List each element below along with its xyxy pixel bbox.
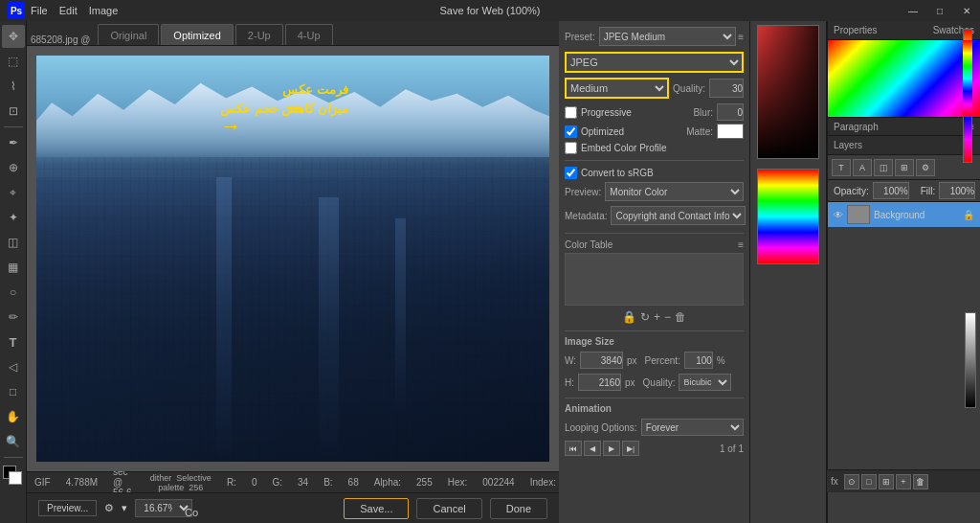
quality-input[interactable] [709,79,744,98]
r-label: R: [227,477,236,488]
layer-tool-2[interactable]: A [853,159,872,176]
close-button[interactable]: ✕ [953,0,980,21]
matte-label: Matte: [686,126,713,137]
add-icon[interactable]: + [654,310,660,324]
menu-edit[interactable]: Edit [59,5,78,16]
convert-srgb-checkbox[interactable] [565,167,577,179]
tool-clone[interactable]: ✦ [2,206,25,229]
tab-optimized[interactable]: Optimized [161,24,234,45]
preview-mode-select[interactable]: Monitor Color [605,182,744,201]
format-select[interactable]: JPEG GIF PNG-8 PNG-24 [565,52,744,73]
tool-zoom[interactable]: 🔍 [2,430,25,453]
opacity-input[interactable] [873,182,909,199]
layer-bottom-bar: fx ⊙ □ ⊞ + 🗑 [827,469,980,492]
resample-select[interactable]: Bicubic Bilinear Nearest [679,374,731,391]
tool-pen[interactable]: ✏ [2,306,25,329]
tab-2up[interactable]: 2-Up [235,24,283,45]
anim-prev-btn[interactable]: ◀ [584,441,601,456]
lock-icon[interactable]: 🔒 [622,310,636,324]
done-button[interactable]: Done [490,498,547,519]
adjust-layer-btn[interactable]: ⊙ [844,474,859,489]
tool-lasso[interactable]: ⌇ [2,75,25,98]
tab-original[interactable]: Original [98,24,159,45]
cancel-button[interactable]: Cancel [416,498,481,519]
layer-tool-3[interactable]: ◫ [874,159,893,176]
tool-eyedropper[interactable]: ✒ [2,131,25,154]
anim-play-btn[interactable]: ▶ [603,441,620,456]
color-spectrum[interactable] [757,25,819,159]
tool-dodge[interactable]: ○ [2,281,25,304]
metadata-select[interactable]: Copyright and Contact Info None All [611,206,746,225]
menu-image[interactable]: Image [89,5,119,16]
layer-tool-1[interactable]: T [832,159,851,176]
color-table-menu[interactable]: ≡ [738,239,744,250]
looping-select[interactable]: Forever Once [641,419,744,436]
reload-icon[interactable]: ↻ [640,310,650,324]
brightness-slider[interactable] [965,312,976,408]
quality-select[interactable]: Medium Low High Maximum [565,78,669,99]
animation-controls: ⏮ ◀ ▶ ▶| 1 of 1 [565,441,744,456]
tool-heal[interactable]: ⊕ [2,156,25,179]
embed-color-label: Embed Color Profile [581,143,666,153]
tool-text[interactable]: T [2,330,25,353]
menu-file[interactable]: File [31,5,48,16]
width-input[interactable] [580,352,623,369]
divider-2 [565,233,744,234]
divider-4 [565,398,744,398]
minus-icon[interactable]: − [664,310,671,324]
status-bar: GIF 4.788M 888 sec @ 56.6 Kbps 100% dith… [27,471,559,492]
properties-tab[interactable]: Properties [834,25,878,35]
background-layer[interactable]: 👁 Background 🔒 [828,202,980,227]
layer-tool-5[interactable]: ⚙ [916,159,935,176]
tool-hand[interactable]: ✋ [2,405,25,428]
fill-label: Fill: [921,186,936,196]
paragraph-header: Paragraph ≡ [828,117,980,136]
looping-row: Looping Options: Forever Once [565,419,744,436]
height-input[interactable] [578,374,621,391]
progressive-checkbox[interactable] [565,106,577,119]
layer-tool-4[interactable]: ⊞ [895,159,914,176]
anim-first-btn[interactable]: ⏮ [565,441,582,456]
preset-menu-btn[interactable]: ≡ [738,32,744,42]
fx-label[interactable]: fx [831,476,838,487]
delete-layer-btn[interactable]: 🗑 [913,474,928,489]
embed-color-checkbox[interactable] [565,142,577,154]
maximize-button[interactable]: □ [926,0,953,21]
tool-eraser[interactable]: ◫ [2,231,25,254]
optimized-checkbox[interactable] [565,125,577,138]
fill-input[interactable] [939,182,975,199]
mini-color-gradient[interactable] [828,40,980,117]
color-picker-area[interactable] [3,466,24,487]
tool-brush[interactable]: ⌖ [2,181,25,204]
delete-icon[interactable]: 🗑 [675,310,686,324]
preset-label: Preset: [565,32,595,42]
image-container: فرمت عکس → میزان کاهش حجم عکس → [27,46,559,471]
tab-4up[interactable]: 4-Up [285,24,333,45]
tool-move[interactable]: ✥ [2,25,25,48]
blur-input[interactable] [717,103,744,121]
mask-btn[interactable]: □ [861,474,877,489]
preview-arrow: ▾ [122,502,127,514]
preview-button[interactable]: Preview... [38,500,97,516]
new-layer-btn[interactable]: + [896,474,911,489]
background-color[interactable] [9,471,22,485]
color-spectrum-bar[interactable] [757,169,819,264]
mini-hue-bar[interactable] [963,40,972,117]
preset-select[interactable]: JPEG Medium JPEG Low JPEG High [599,27,736,46]
minimize-button[interactable]: — [900,0,926,21]
group-btn[interactable]: ⊞ [879,474,894,489]
anim-next-btn[interactable]: ▶| [622,441,639,456]
layer-lock-icon: 🔒 [963,210,974,220]
h-unit: px [625,377,635,388]
eye-icon[interactable]: 👁 [834,210,843,220]
tool-shape[interactable]: □ [2,380,25,403]
percent-input[interactable] [684,352,713,369]
tool-marquee[interactable]: ⬚ [2,50,25,73]
tool-gradient[interactable]: ▦ [2,256,25,279]
matte-swatch[interactable] [717,124,744,139]
width-row: W: px Percent: % [565,352,744,369]
tool-path[interactable]: ◁ [2,355,25,378]
save-button[interactable]: Save... [344,498,409,519]
layer-toolbar: T A ◫ ⊞ ⚙ [828,155,980,180]
tool-crop[interactable]: ⊡ [2,100,25,123]
